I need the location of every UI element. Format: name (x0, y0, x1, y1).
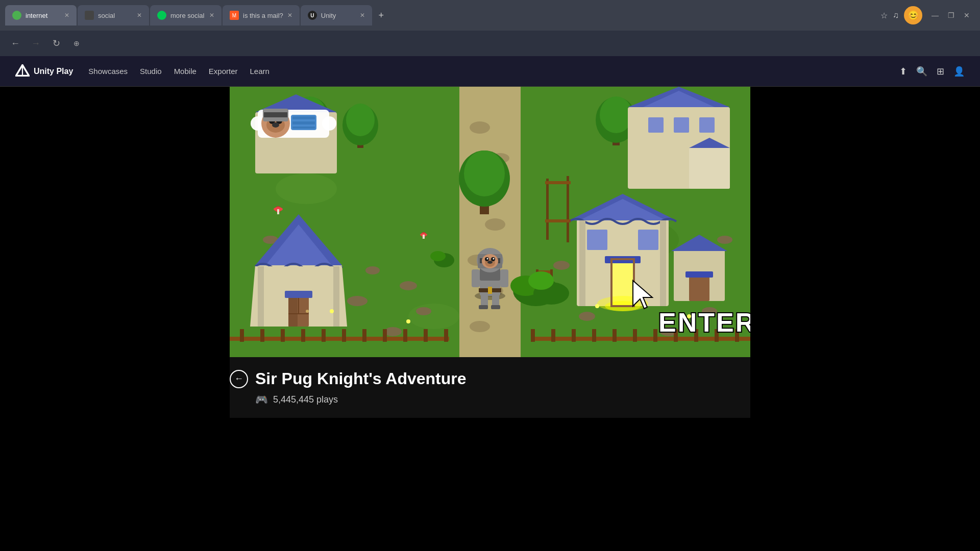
music-icon[interactable]: ♫ (893, 11, 899, 20)
svg-rect-67 (288, 296, 298, 327)
svg-rect-165 (292, 127, 315, 129)
share-icon[interactable]: ⬆ (899, 66, 907, 77)
svg-rect-78 (638, 230, 658, 250)
tab-label-social: social (98, 12, 133, 19)
nav-link-mobile[interactable]: Mobile (174, 67, 197, 76)
svg-point-7 (408, 304, 459, 329)
tab-internet[interactable]: internet ✕ (5, 5, 77, 26)
svg-rect-139 (500, 269, 508, 287)
svg-rect-107 (592, 329, 596, 342)
svg-point-51 (346, 104, 375, 136)
extensions-button[interactable]: ⊕ (69, 39, 84, 47)
svg-rect-77 (587, 230, 607, 250)
back-button[interactable]: ← (8, 38, 22, 49)
svg-rect-136 (479, 305, 488, 309)
svg-point-148 (493, 258, 495, 260)
svg-rect-57 (699, 117, 715, 133)
tab-unity[interactable]: U Unity ✕ (301, 5, 372, 26)
nav-link-exporter[interactable]: Exporter (209, 67, 238, 76)
refresh-button[interactable]: ↻ (49, 38, 63, 49)
tab-mail[interactable]: M is this a mail? ✕ (223, 5, 300, 26)
svg-rect-105 (551, 329, 555, 342)
tab-favicon-mail: M (230, 11, 239, 20)
tab-more-social[interactable]: more social ✕ (150, 5, 222, 26)
close-button[interactable]: ✕ (964, 11, 970, 19)
plays-count: 5,445,445 plays (273, 394, 338, 405)
tab-close-more-social[interactable]: ✕ (209, 12, 214, 19)
nav-link-showcases[interactable]: Showcases (88, 67, 128, 76)
svg-rect-85 (660, 220, 666, 306)
svg-point-177 (687, 314, 691, 318)
tab-label-mail: is this a mail? (243, 12, 283, 19)
tab-close-unity[interactable]: ✕ (360, 12, 365, 19)
svg-rect-94 (281, 329, 285, 342)
svg-rect-133 (488, 287, 492, 294)
tab-close-internet[interactable]: ✕ (64, 12, 69, 19)
unity-logo[interactable]: Unity Play (15, 64, 73, 79)
svg-point-15 (470, 321, 490, 332)
new-tab-button[interactable]: + (373, 7, 389, 23)
unity-logo-icon (15, 64, 30, 79)
svg-rect-99 (383, 329, 387, 342)
user-avatar[interactable]: 😊 (904, 6, 922, 24)
svg-rect-58 (689, 148, 730, 189)
tab-close-mail[interactable]: ✕ (287, 12, 292, 19)
svg-point-5 (276, 173, 337, 204)
nav-link-learn[interactable]: Learn (250, 67, 270, 76)
svg-rect-101 (424, 329, 428, 342)
svg-rect-84 (579, 220, 585, 306)
tab-favicon-unity: U (308, 11, 317, 20)
user-icon[interactable]: 👤 (953, 66, 965, 77)
svg-point-128 (430, 251, 446, 261)
svg-point-176 (595, 304, 599, 308)
svg-rect-102 (444, 329, 448, 342)
unity-navbar: Unity Play Showcases Studio Mobile Expor… (0, 56, 980, 87)
svg-point-24 (400, 281, 417, 290)
svg-rect-138 (472, 269, 480, 287)
tab-label-more-social: more social (170, 12, 205, 19)
svg-rect-104 (531, 329, 535, 342)
bookmark-icon[interactable]: ☆ (880, 11, 888, 20)
svg-point-159 (272, 122, 279, 128)
svg-point-28 (579, 312, 595, 321)
svg-rect-90 (685, 271, 713, 278)
unity-nav-links: Showcases Studio Mobile Exporter Learn (88, 67, 884, 76)
svg-point-152 (322, 116, 336, 131)
svg-rect-56 (674, 117, 689, 133)
game-scene-svg: ENTER (230, 87, 750, 357)
unity-logo-text: Unity Play (34, 67, 73, 76)
search-icon[interactable]: 🔍 (916, 66, 927, 77)
forward-button[interactable]: → (29, 38, 43, 49)
svg-point-20 (416, 307, 431, 315)
svg-point-19 (384, 327, 402, 336)
svg-rect-73 (285, 291, 312, 298)
tab-favicon-social (85, 11, 94, 20)
svg-rect-118 (545, 219, 571, 222)
back-button[interactable]: ← (230, 370, 248, 388)
svg-rect-93 (260, 329, 264, 342)
svg-point-149 (487, 261, 493, 264)
game-title-row: ← Sir Pug Knight's Adventure (230, 369, 750, 388)
gamepad-icon: 🎮 (255, 393, 268, 406)
maximize-button[interactable]: ❐ (948, 11, 954, 19)
svg-point-12 (485, 218, 505, 231)
svg-rect-100 (403, 329, 407, 342)
svg-point-32 (553, 261, 570, 270)
browser-addressbar: ← → ↻ ⊕ (0, 31, 980, 56)
grid-icon[interactable]: ⊞ (937, 66, 944, 77)
tab-favicon-internet (12, 11, 21, 20)
minimize-button[interactable]: — (932, 11, 939, 19)
svg-rect-69 (258, 266, 264, 327)
svg-point-39 (464, 151, 505, 196)
nav-link-studio[interactable]: Studio (140, 67, 162, 76)
game-viewport[interactable]: ENTER (230, 87, 750, 357)
svg-rect-173 (423, 235, 425, 239)
tab-label-internet: internet (26, 12, 60, 19)
tab-social[interactable]: social ✕ (78, 5, 149, 26)
svg-rect-170 (277, 209, 279, 214)
tab-close-social[interactable]: ✕ (137, 12, 142, 19)
svg-rect-109 (633, 329, 637, 342)
svg-rect-89 (689, 276, 709, 301)
game-info: ← Sir Pug Knight's Adventure 🎮 5,445,445… (230, 357, 750, 418)
game-title: Sir Pug Knight's Adventure (255, 369, 467, 388)
